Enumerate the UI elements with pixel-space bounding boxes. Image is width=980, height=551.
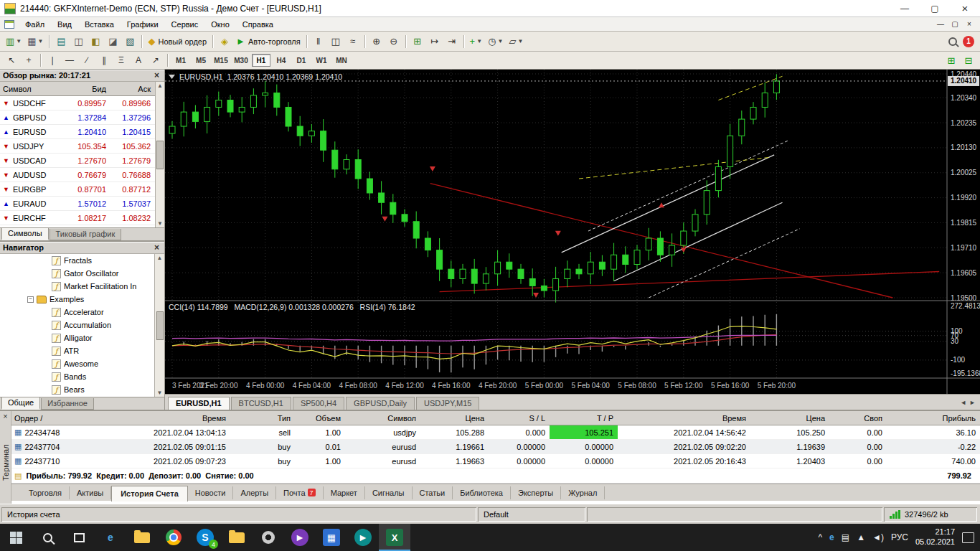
file-explorer-icon[interactable]	[126, 524, 158, 551]
history-column-header[interactable]: Объем	[295, 411, 345, 425]
task-view-button[interactable]	[63, 524, 95, 551]
market-watch-tab-Символы[interactable]: Символы	[1, 228, 49, 240]
crosshair-tool[interactable]: +	[21, 52, 37, 68]
child-restore-button[interactable]: ▢	[948, 20, 961, 28]
market-watch-row[interactable]: ▼USDJPY105.354105.362	[0, 139, 155, 154]
terminal-close-icon[interactable]: ×	[3, 411, 7, 421]
navigator-button[interactable]: ◧	[88, 34, 103, 50]
arrows-tool[interactable]: ↗	[148, 52, 164, 68]
terminal-button[interactable]: ◪	[105, 34, 121, 50]
add-window-button[interactable]: ⊞	[943, 52, 959, 68]
menu-item-Окно[interactable]: Окно	[204, 19, 236, 30]
search-button[interactable]	[32, 524, 63, 551]
chart-window-icon[interactable]	[4, 20, 14, 29]
timeframe-H1[interactable]: H1	[252, 54, 270, 67]
market-watch-scrollbar[interactable]: ▲ ▼	[155, 82, 164, 227]
folder2-icon[interactable]	[221, 524, 253, 551]
market-watch-row[interactable]: ▲EURUSD1.204101.20415	[0, 125, 155, 139]
chrome-icon[interactable]	[158, 524, 189, 551]
edge-tray-icon[interactable]: e	[829, 532, 834, 542]
keyboard-tray-icon[interactable]: ▤	[842, 532, 849, 542]
channel-tool[interactable]: ∥	[96, 52, 112, 68]
order-cell[interactable]: ▦22434748	[11, 425, 87, 440]
navigator-item[interactable]: ƒATR	[0, 344, 154, 357]
dropdown-caret-icon[interactable]: ▼	[38, 38, 44, 44]
player2-icon[interactable]: ►	[347, 524, 379, 551]
history-column-header[interactable]: Прибыль	[887, 411, 980, 425]
autotrading-button[interactable]: ►Авто-торговля	[234, 34, 303, 50]
chart-tab-GBPUSD,Daily[interactable]: GBPUSD,Daily	[346, 397, 415, 410]
data-window-button[interactable]: ◫	[70, 34, 86, 50]
tile-windows-button[interactable]: ⊞	[410, 34, 425, 50]
navigator-item[interactable]: ƒAwesome	[0, 357, 154, 370]
dropdown-caret-icon[interactable]: ▼	[476, 38, 482, 44]
order-cell[interactable]: ▦22437704	[11, 440, 87, 454]
market-watch-row[interactable]: ▼EURCHF1.082171.08232	[0, 211, 155, 225]
timeframe-D1[interactable]: D1	[292, 54, 311, 67]
terminal-tab-Библиотека[interactable]: Библиотека	[453, 486, 511, 499]
indicators-button[interactable]: +▼	[468, 34, 485, 50]
terminal-tab-Торговля[interactable]: Торговля	[22, 486, 70, 499]
terminal-tab-Статьи[interactable]: Статьи	[413, 486, 453, 499]
line-chart-button[interactable]: ≈	[345, 34, 361, 50]
language-indicator[interactable]: РУС	[891, 532, 908, 542]
terminal-tab-Алерты[interactable]: Алерты	[233, 486, 276, 499]
menu-item-Файл[interactable]: Файл	[19, 19, 51, 30]
status-profile-label[interactable]: Default	[478, 507, 585, 522]
taskbar-clock[interactable]: 21:1705.02.2021	[915, 527, 955, 547]
navigator-item[interactable]: ƒAccelerator	[0, 306, 154, 319]
navigator-item[interactable]: ƒGator Oscillator	[0, 267, 154, 280]
child-close-button[interactable]: ×	[963, 20, 976, 28]
timeframe-MN[interactable]: MN	[332, 54, 351, 67]
terminal-tab-Почта[interactable]: Почта7	[276, 486, 324, 499]
history-column-header[interactable]: T / P	[550, 411, 618, 425]
strategy-tester-button[interactable]: ▧	[122, 34, 138, 50]
navigator-item[interactable]: ƒFractals	[0, 254, 154, 267]
scroll-thumb[interactable]	[156, 141, 164, 169]
cursor-tool[interactable]: ↖	[4, 52, 19, 68]
navigator-tab-Избранное[interactable]: Избранное	[41, 398, 94, 410]
history-column-header[interactable]: Время	[87, 411, 230, 425]
zoom-in-button[interactable]: ⊕	[369, 34, 385, 50]
maximize-button[interactable]: ▢	[920, 0, 950, 17]
minimize-button[interactable]: —	[890, 0, 920, 17]
column-header-ask[interactable]: Аск	[110, 85, 155, 93]
dropdown-caret-icon[interactable]: ▼	[517, 38, 523, 44]
scroll-up-icon[interactable]: ▲	[157, 83, 163, 89]
history-column-header[interactable]: Символ	[345, 411, 420, 425]
profiles-button[interactable]: ▦▼	[25, 34, 45, 50]
new-order-button[interactable]: ◆Новый ордер	[146, 34, 209, 50]
zoom-out-button[interactable]: ⊖	[386, 34, 402, 50]
dropdown-caret-icon[interactable]: ▼	[497, 38, 503, 44]
terminal-app-icon[interactable]: X	[379, 524, 410, 551]
navigator-item[interactable]: ƒMarket Facilitation In	[0, 280, 154, 293]
remove-window-button[interactable]: ⊟	[961, 52, 976, 68]
market-watch-row[interactable]: ▼USDCHF0.899570.89966	[0, 96, 155, 110]
market-watch-row[interactable]: ▼USDCAD1.276701.27679	[0, 154, 155, 168]
bar-chart-button[interactable]: ‖	[311, 34, 326, 50]
column-header-bid[interactable]: Бид	[66, 85, 110, 93]
candlestick-chart-button[interactable]: ◫	[328, 34, 344, 50]
scroll-down-icon[interactable]: ▼	[157, 220, 163, 227]
timeframe-H4[interactable]: H4	[272, 54, 291, 67]
navigator-scrollbar[interactable]: ▲ ▼	[154, 254, 164, 397]
timeframe-M5[interactable]: M5	[192, 54, 210, 67]
column-header-symbol[interactable]: Символ	[0, 85, 66, 93]
chart-tab-BTCUSD,H1[interactable]: BTCUSD,H1	[231, 397, 291, 410]
order-cell[interactable]: ▦22437710	[11, 454, 87, 468]
terminal-tab-Эксперты[interactable]: Эксперты	[511, 486, 561, 499]
navigator-item[interactable]: ƒBands	[0, 370, 154, 383]
history-column-header[interactable]: Ордер /	[11, 411, 87, 425]
navigator-item[interactable]: ƒAlligator	[0, 331, 154, 344]
history-column-header[interactable]: Время	[618, 411, 750, 425]
tab-scroll-right-icon[interactable]: ►	[969, 399, 976, 406]
terminal-tab-Сигналы[interactable]: Сигналы	[365, 486, 413, 499]
market-watch-close-icon[interactable]: ×	[152, 70, 161, 80]
tab-scroll-left-icon[interactable]: ◄	[960, 399, 966, 406]
market-watch-row[interactable]: ▲GBPUSD1.372841.37296	[0, 110, 155, 125]
close-button[interactable]: ×	[950, 0, 980, 17]
timeframe-W1[interactable]: W1	[312, 54, 331, 67]
text-tool[interactable]: A	[131, 52, 146, 68]
edge-icon[interactable]: e	[95, 524, 126, 551]
navigator-tab-Общие[interactable]: Общие	[1, 397, 40, 410]
